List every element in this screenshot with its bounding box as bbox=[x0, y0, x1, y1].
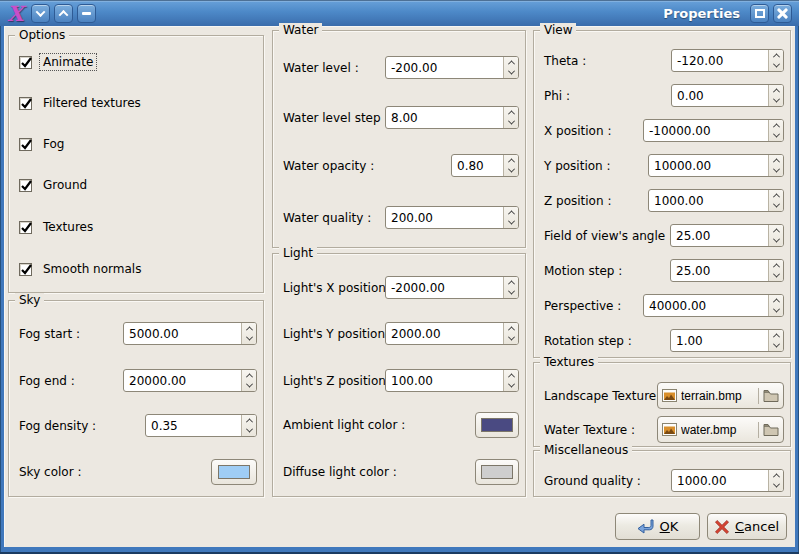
motion-step-input[interactable] bbox=[671, 260, 768, 281]
spin-down-icon[interactable] bbox=[504, 288, 518, 299]
cancel-button[interactable]: Cancel bbox=[707, 513, 787, 540]
spin-up-icon[interactable] bbox=[242, 370, 256, 381]
light-x-input[interactable] bbox=[386, 277, 503, 298]
spinner-buttons[interactable] bbox=[768, 120, 783, 141]
x-position-input[interactable] bbox=[644, 120, 768, 141]
ground-quality-spinbox[interactable] bbox=[671, 469, 784, 492]
spinner-buttons[interactable] bbox=[768, 260, 783, 281]
spin-up-icon[interactable] bbox=[242, 323, 256, 334]
folder-icon[interactable] bbox=[763, 389, 779, 402]
ground-quality-input[interactable] bbox=[672, 470, 768, 491]
water-quality-input[interactable] bbox=[386, 207, 503, 228]
spinner-buttons[interactable] bbox=[768, 470, 783, 491]
motion-step-spinbox[interactable] bbox=[670, 259, 784, 282]
spin-up-icon[interactable] bbox=[769, 120, 783, 131]
spin-down-icon[interactable] bbox=[769, 236, 783, 247]
spin-up-icon[interactable] bbox=[242, 415, 256, 426]
spin-up-icon[interactable] bbox=[769, 470, 783, 481]
z-position-spinbox[interactable] bbox=[648, 189, 784, 212]
smooth-normals-checkbox[interactable] bbox=[19, 263, 32, 276]
fog-end-input[interactable] bbox=[124, 370, 241, 391]
light-y-spinbox[interactable] bbox=[385, 322, 519, 345]
spin-up-icon[interactable] bbox=[769, 260, 783, 271]
perspective-input[interactable] bbox=[644, 295, 768, 316]
filtered-textures-checkbox[interactable] bbox=[19, 97, 32, 110]
spin-down-icon[interactable] bbox=[242, 381, 256, 392]
spin-up-icon[interactable] bbox=[769, 85, 783, 96]
spinner-buttons[interactable] bbox=[503, 277, 518, 298]
maximize-button[interactable] bbox=[750, 4, 769, 23]
water-level-step-spinbox[interactable] bbox=[385, 106, 519, 129]
spin-down-icon[interactable] bbox=[769, 306, 783, 317]
spinner-buttons[interactable] bbox=[241, 370, 256, 391]
rotation-step-spinbox[interactable] bbox=[670, 329, 784, 352]
water-quality-spinbox[interactable] bbox=[385, 206, 519, 229]
light-z-spinbox[interactable] bbox=[385, 369, 519, 392]
spinner-buttons[interactable] bbox=[241, 415, 256, 436]
sky-color-button[interactable] bbox=[211, 459, 257, 485]
spinner-buttons[interactable] bbox=[241, 323, 256, 344]
perspective-spinbox[interactable] bbox=[643, 294, 784, 317]
water-level-step-input[interactable] bbox=[386, 107, 503, 128]
fog-checkbox[interactable] bbox=[19, 138, 32, 151]
spinner-buttons[interactable] bbox=[503, 207, 518, 228]
ground-checkbox[interactable] bbox=[19, 179, 32, 192]
shade-button[interactable] bbox=[54, 4, 73, 23]
spin-up-icon[interactable] bbox=[769, 225, 783, 236]
spin-down-icon[interactable] bbox=[769, 271, 783, 282]
spin-up-icon[interactable] bbox=[769, 330, 783, 341]
smooth-normals-checkbox-label[interactable]: Smooth normals bbox=[40, 261, 144, 277]
light-x-spinbox[interactable] bbox=[385, 276, 519, 299]
theta-spinbox[interactable] bbox=[671, 49, 784, 72]
textures-checkbox-label[interactable]: Textures bbox=[40, 219, 96, 235]
fog-start-input[interactable] bbox=[124, 323, 241, 344]
spin-up-icon[interactable] bbox=[504, 155, 518, 166]
fog-density-spinbox[interactable] bbox=[145, 414, 257, 437]
ambient-light-color-button[interactable] bbox=[475, 412, 519, 438]
spin-down-icon[interactable] bbox=[504, 68, 518, 79]
spinner-buttons[interactable] bbox=[768, 225, 783, 246]
spin-down-icon[interactable] bbox=[769, 131, 783, 142]
window-menu-button[interactable] bbox=[31, 4, 50, 23]
spinner-buttons[interactable] bbox=[768, 330, 783, 351]
spin-up-icon[interactable] bbox=[769, 155, 783, 166]
close-button[interactable] bbox=[773, 4, 792, 23]
spin-down-icon[interactable] bbox=[504, 334, 518, 345]
textures-checkbox[interactable] bbox=[19, 221, 32, 234]
phi-spinbox[interactable] bbox=[671, 84, 784, 107]
spin-down-icon[interactable] bbox=[242, 334, 256, 345]
water-texture-button[interactable]: water.bmp bbox=[657, 416, 784, 443]
filtered-textures-checkbox-label[interactable]: Filtered textures bbox=[40, 95, 144, 111]
z-position-input[interactable] bbox=[649, 190, 768, 211]
rotation-step-input[interactable] bbox=[671, 330, 768, 351]
y-position-spinbox[interactable] bbox=[648, 154, 784, 177]
fog-end-spinbox[interactable] bbox=[123, 369, 257, 392]
animate-checkbox-label[interactable]: Animate bbox=[40, 54, 96, 70]
spin-up-icon[interactable] bbox=[504, 323, 518, 334]
water-level-spinbox[interactable] bbox=[385, 56, 519, 79]
spinner-buttons[interactable] bbox=[768, 295, 783, 316]
fov-angle-spinbox[interactable] bbox=[670, 224, 784, 247]
spin-down-icon[interactable] bbox=[504, 218, 518, 229]
spin-down-icon[interactable] bbox=[769, 341, 783, 352]
spin-down-icon[interactable] bbox=[504, 381, 518, 392]
spin-up-icon[interactable] bbox=[504, 370, 518, 381]
spin-up-icon[interactable] bbox=[504, 107, 518, 118]
spinner-buttons[interactable] bbox=[768, 50, 783, 71]
theta-input[interactable] bbox=[672, 50, 768, 71]
spin-up-icon[interactable] bbox=[504, 207, 518, 218]
spin-up-icon[interactable] bbox=[769, 190, 783, 201]
fog-density-input[interactable] bbox=[146, 415, 241, 436]
spin-down-icon[interactable] bbox=[769, 481, 783, 492]
spinner-buttons[interactable] bbox=[503, 107, 518, 128]
diffuse-light-color-button[interactable] bbox=[475, 459, 519, 485]
phi-input[interactable] bbox=[672, 85, 768, 106]
fog-start-spinbox[interactable] bbox=[123, 322, 257, 345]
light-y-input[interactable] bbox=[386, 323, 503, 344]
minimize-button[interactable] bbox=[77, 4, 96, 23]
spinner-buttons[interactable] bbox=[503, 323, 518, 344]
spin-down-icon[interactable] bbox=[769, 201, 783, 212]
spinner-buttons[interactable] bbox=[503, 155, 518, 176]
fov-angle-input[interactable] bbox=[671, 225, 768, 246]
spinner-buttons[interactable] bbox=[503, 370, 518, 391]
